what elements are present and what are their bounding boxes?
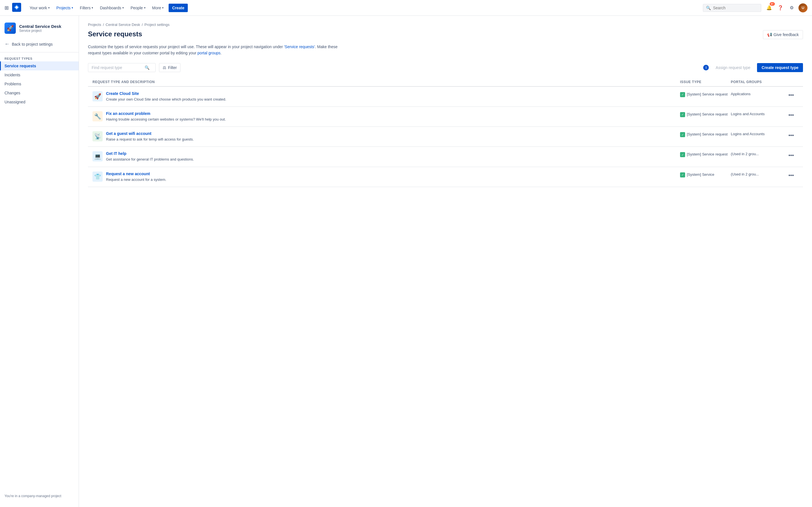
service-request-icon: ✓ (680, 92, 685, 97)
back-to-project-settings[interactable]: ← Back to project settings (0, 38, 79, 50)
service-request-icon: ✓ (680, 132, 685, 137)
filter-icon: ⚖ (163, 65, 166, 70)
create-request-type-button[interactable]: Create request type (757, 63, 803, 72)
create-button[interactable]: Create (168, 4, 188, 12)
portal-groups-link[interactable]: portal groups (197, 51, 220, 55)
issue-type-text: [System] Service request (687, 92, 728, 97)
breadcrumb: Projects / Central Service Desk / Projec… (88, 22, 803, 27)
request-search-box[interactable]: 🔍 (88, 63, 156, 72)
request-cell-main: 🔧 Fix an account problem Having trouble … (93, 111, 680, 122)
issue-type-text: [System] Service request (687, 132, 728, 137)
bell-icon: 🔔 (766, 5, 772, 10)
nav-projects[interactable]: Projects ▾ (54, 4, 76, 12)
chevron-down-icon: ▾ (144, 6, 146, 9)
chevron-down-icon: ▾ (71, 6, 73, 9)
jira-logo[interactable] (12, 3, 21, 13)
service-requests-link[interactable]: 'Service requests' (284, 45, 315, 49)
nav-your-work[interactable]: Your work ▾ (27, 4, 52, 12)
left-arrow-icon: ← (4, 41, 10, 47)
main-content: Projects / Central Service Desk / Projec… (79, 16, 812, 507)
request-icon: 👕 (93, 172, 103, 182)
issue-type-text: [System] Service request (687, 152, 728, 157)
breadcrumb-central-service-desk[interactable]: Central Service Desk (106, 22, 140, 27)
sidebar-item-unassigned[interactable]: Unassigned (0, 98, 79, 107)
issue-type-cell: ✓ [System] Service request (680, 131, 731, 137)
request-name[interactable]: Request a new account (106, 172, 166, 176)
request-name[interactable]: Fix an account problem (106, 111, 226, 116)
table-row: 📡 Get a guest wifi account Raise a reque… (88, 127, 803, 147)
toolbar: 🔍 ⚖ Filter i Assign request type Create … (88, 63, 803, 72)
request-text: Get IT help Get assistance for general I… (106, 151, 194, 162)
filter-button[interactable]: ⚖ Filter (159, 63, 181, 72)
table-row: 👕 Request a new account Request a new ac… (88, 167, 803, 187)
col-issue-type: Issue type (680, 80, 731, 84)
portal-groups-text: (Used in 2 grou... (731, 172, 787, 176)
portal-groups-text: Logins and Accounts (731, 111, 787, 116)
request-name[interactable]: Create Cloud Site (106, 91, 226, 96)
more-options-button[interactable]: ••• (787, 172, 795, 179)
portal-groups-text: Logins and Accounts (731, 131, 787, 136)
sidebar-item-incidents[interactable]: Incidents (0, 70, 79, 79)
search-box[interactable]: 🔍 (703, 4, 761, 12)
portal-groups-text: Applications (731, 91, 787, 96)
notification-badge: 9+ (770, 2, 775, 6)
help-button[interactable]: ❓ (776, 3, 785, 12)
avatar[interactable]: U (799, 3, 808, 12)
nav-more[interactable]: More ▾ (149, 4, 167, 12)
request-icon: 🚀 (93, 91, 103, 101)
request-text: Request a new account Request a new acco… (106, 172, 166, 182)
request-desc: Having trouble accessing certain website… (106, 117, 226, 122)
breadcrumb-current: Project settings (144, 22, 169, 27)
top-navigation: ⊞ Your work ▾ Projects ▾ Filters ▾ Dashb… (0, 0, 812, 16)
project-icon: 🚀 (4, 22, 16, 34)
table-row: 🚀 Create Cloud Site Create your own Clou… (88, 87, 803, 107)
more-options-button[interactable]: ••• (787, 111, 795, 119)
sidebar-divider (0, 52, 79, 52)
project-info: Central Service Desk Service project (19, 24, 61, 33)
more-options-button[interactable]: ••• (787, 131, 795, 139)
issue-type-text: [System] Service (687, 172, 714, 177)
search-icon: 🔍 (145, 65, 149, 70)
nav-filters[interactable]: Filters ▾ (77, 4, 96, 12)
more-options-button[interactable]: ••• (787, 151, 795, 159)
notifications-button[interactable]: 🔔 9+ (765, 3, 774, 12)
find-request-input[interactable] (92, 65, 142, 70)
sidebar-item-changes[interactable]: Changes (0, 89, 79, 98)
search-input[interactable] (713, 6, 758, 10)
chevron-down-icon: ▾ (162, 6, 163, 9)
megaphone-icon: 📢 (767, 33, 772, 37)
info-icon: i (703, 65, 709, 70)
request-type-list: 🚀 Create Cloud Site Create your own Clou… (88, 87, 803, 187)
page-description: Customize the types of service requests … (88, 44, 342, 56)
portal-groups-text: (Used in 2 grou... (731, 151, 787, 156)
page-header: Service requests 📢 Give feedback (88, 30, 803, 39)
settings-button[interactable]: ⚙ (787, 3, 796, 12)
request-cell-main: 💻 Get IT help Get assistance for general… (93, 151, 680, 162)
service-request-icon: ✓ (680, 172, 685, 177)
search-icon: 🔍 (706, 6, 711, 10)
issue-type-text: [System] Service request (687, 112, 728, 117)
request-cell-main: 🚀 Create Cloud Site Create your own Clou… (93, 91, 680, 102)
assign-request-type-button[interactable]: Assign request type (712, 63, 754, 72)
give-feedback-button[interactable]: 📢 Give feedback (763, 30, 803, 39)
request-text: Get a guest wifi account Raise a request… (106, 131, 194, 142)
grid-icon[interactable]: ⊞ (4, 5, 9, 11)
service-request-icon: ✓ (680, 112, 685, 117)
request-icon: 💻 (93, 151, 103, 161)
issue-type-cell: ✓ [System] Service request (680, 111, 731, 117)
breadcrumb-projects[interactable]: Projects (88, 22, 101, 27)
table-row: 💻 Get IT help Get assistance for general… (88, 147, 803, 167)
nav-people[interactable]: People ▾ (128, 4, 148, 12)
request-desc: Raise a request to ask for temp wifi acc… (106, 137, 194, 142)
request-name[interactable]: Get IT help (106, 151, 194, 156)
page-title: Service requests (88, 30, 142, 38)
request-cell-main: 👕 Request a new account Request a new ac… (93, 172, 680, 182)
request-text: Fix an account problem Having trouble ac… (106, 111, 226, 122)
more-options-button[interactable]: ••• (787, 91, 795, 99)
request-name[interactable]: Get a guest wifi account (106, 131, 194, 136)
request-desc: Create your own Cloud Site and choose wh… (106, 97, 226, 102)
nav-dashboards[interactable]: Dashboards ▾ (97, 4, 126, 12)
sidebar-item-problems[interactable]: Problems (0, 79, 79, 89)
project-type: Service project (19, 29, 61, 33)
sidebar-item-service-requests[interactable]: Service requests (0, 61, 79, 70)
